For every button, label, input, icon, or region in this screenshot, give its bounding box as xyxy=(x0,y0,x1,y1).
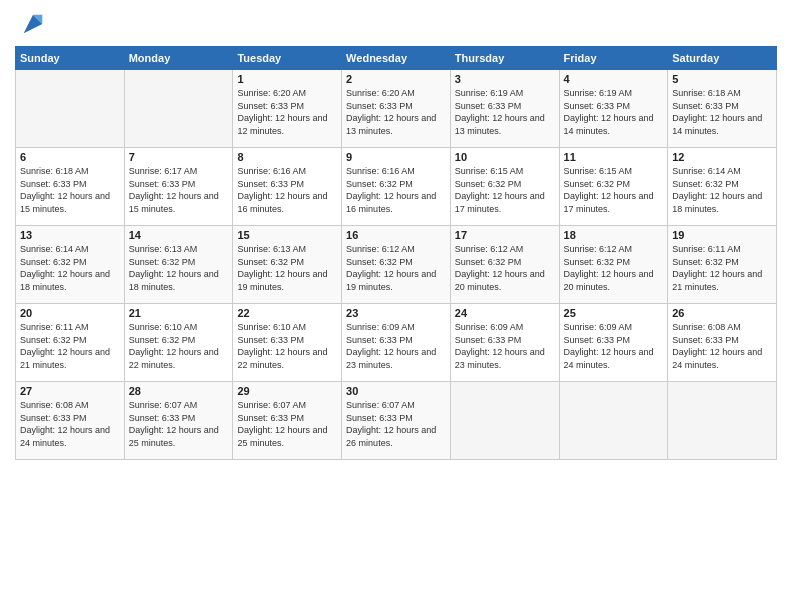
calendar-cell: 28Sunrise: 6:07 AMSunset: 6:33 PMDayligh… xyxy=(124,382,233,460)
weekday-header-monday: Monday xyxy=(124,47,233,70)
day-info: Sunrise: 6:18 AMSunset: 6:33 PMDaylight:… xyxy=(672,87,772,137)
calendar-cell: 7Sunrise: 6:17 AMSunset: 6:33 PMDaylight… xyxy=(124,148,233,226)
day-number: 19 xyxy=(672,229,772,241)
day-info: Sunrise: 6:09 AMSunset: 6:33 PMDaylight:… xyxy=(346,321,446,371)
day-number: 23 xyxy=(346,307,446,319)
weekday-header-sunday: Sunday xyxy=(16,47,125,70)
calendar-week-row: 27Sunrise: 6:08 AMSunset: 6:33 PMDayligh… xyxy=(16,382,777,460)
calendar-cell: 1Sunrise: 6:20 AMSunset: 6:33 PMDaylight… xyxy=(233,70,342,148)
calendar-cell: 24Sunrise: 6:09 AMSunset: 6:33 PMDayligh… xyxy=(450,304,559,382)
day-info: Sunrise: 6:19 AMSunset: 6:33 PMDaylight:… xyxy=(455,87,555,137)
calendar-cell: 4Sunrise: 6:19 AMSunset: 6:33 PMDaylight… xyxy=(559,70,668,148)
calendar-cell: 10Sunrise: 6:15 AMSunset: 6:32 PMDayligh… xyxy=(450,148,559,226)
calendar-cell: 16Sunrise: 6:12 AMSunset: 6:32 PMDayligh… xyxy=(342,226,451,304)
calendar-cell: 11Sunrise: 6:15 AMSunset: 6:32 PMDayligh… xyxy=(559,148,668,226)
day-number: 16 xyxy=(346,229,446,241)
day-info: Sunrise: 6:13 AMSunset: 6:32 PMDaylight:… xyxy=(237,243,337,293)
day-info: Sunrise: 6:08 AMSunset: 6:33 PMDaylight:… xyxy=(20,399,120,449)
day-info: Sunrise: 6:17 AMSunset: 6:33 PMDaylight:… xyxy=(129,165,229,215)
day-number: 11 xyxy=(564,151,664,163)
day-number: 13 xyxy=(20,229,120,241)
header xyxy=(15,10,777,38)
day-number: 14 xyxy=(129,229,229,241)
day-info: Sunrise: 6:08 AMSunset: 6:33 PMDaylight:… xyxy=(672,321,772,371)
day-number: 1 xyxy=(237,73,337,85)
calendar-week-row: 13Sunrise: 6:14 AMSunset: 6:32 PMDayligh… xyxy=(16,226,777,304)
day-number: 21 xyxy=(129,307,229,319)
day-info: Sunrise: 6:12 AMSunset: 6:32 PMDaylight:… xyxy=(564,243,664,293)
logo-icon xyxy=(19,10,47,38)
calendar-cell: 17Sunrise: 6:12 AMSunset: 6:32 PMDayligh… xyxy=(450,226,559,304)
calendar-cell: 18Sunrise: 6:12 AMSunset: 6:32 PMDayligh… xyxy=(559,226,668,304)
day-number: 5 xyxy=(672,73,772,85)
weekday-header-friday: Friday xyxy=(559,47,668,70)
day-info: Sunrise: 6:16 AMSunset: 6:33 PMDaylight:… xyxy=(237,165,337,215)
day-info: Sunrise: 6:20 AMSunset: 6:33 PMDaylight:… xyxy=(237,87,337,137)
day-number: 7 xyxy=(129,151,229,163)
weekday-header-tuesday: Tuesday xyxy=(233,47,342,70)
day-info: Sunrise: 6:15 AMSunset: 6:32 PMDaylight:… xyxy=(564,165,664,215)
day-number: 17 xyxy=(455,229,555,241)
calendar-cell: 8Sunrise: 6:16 AMSunset: 6:33 PMDaylight… xyxy=(233,148,342,226)
calendar-cell: 21Sunrise: 6:10 AMSunset: 6:32 PMDayligh… xyxy=(124,304,233,382)
day-info: Sunrise: 6:13 AMSunset: 6:32 PMDaylight:… xyxy=(129,243,229,293)
calendar-week-row: 20Sunrise: 6:11 AMSunset: 6:32 PMDayligh… xyxy=(16,304,777,382)
calendar-cell: 9Sunrise: 6:16 AMSunset: 6:32 PMDaylight… xyxy=(342,148,451,226)
calendar-cell: 15Sunrise: 6:13 AMSunset: 6:32 PMDayligh… xyxy=(233,226,342,304)
calendar-cell: 13Sunrise: 6:14 AMSunset: 6:32 PMDayligh… xyxy=(16,226,125,304)
day-number: 26 xyxy=(672,307,772,319)
calendar-cell: 25Sunrise: 6:09 AMSunset: 6:33 PMDayligh… xyxy=(559,304,668,382)
day-info: Sunrise: 6:12 AMSunset: 6:32 PMDaylight:… xyxy=(455,243,555,293)
day-number: 6 xyxy=(20,151,120,163)
day-number: 9 xyxy=(346,151,446,163)
calendar-cell xyxy=(124,70,233,148)
day-number: 3 xyxy=(455,73,555,85)
day-number: 27 xyxy=(20,385,120,397)
calendar-cell: 6Sunrise: 6:18 AMSunset: 6:33 PMDaylight… xyxy=(16,148,125,226)
day-number: 24 xyxy=(455,307,555,319)
calendar-cell: 29Sunrise: 6:07 AMSunset: 6:33 PMDayligh… xyxy=(233,382,342,460)
day-info: Sunrise: 6:14 AMSunset: 6:32 PMDaylight:… xyxy=(20,243,120,293)
calendar-cell: 22Sunrise: 6:10 AMSunset: 6:33 PMDayligh… xyxy=(233,304,342,382)
day-number: 8 xyxy=(237,151,337,163)
calendar-cell: 3Sunrise: 6:19 AMSunset: 6:33 PMDaylight… xyxy=(450,70,559,148)
day-info: Sunrise: 6:07 AMSunset: 6:33 PMDaylight:… xyxy=(237,399,337,449)
calendar-cell xyxy=(559,382,668,460)
logo xyxy=(15,10,47,38)
calendar-cell: 27Sunrise: 6:08 AMSunset: 6:33 PMDayligh… xyxy=(16,382,125,460)
calendar-cell: 19Sunrise: 6:11 AMSunset: 6:32 PMDayligh… xyxy=(668,226,777,304)
calendar-cell xyxy=(450,382,559,460)
day-number: 10 xyxy=(455,151,555,163)
day-info: Sunrise: 6:11 AMSunset: 6:32 PMDaylight:… xyxy=(20,321,120,371)
weekday-header-saturday: Saturday xyxy=(668,47,777,70)
calendar-week-row: 1Sunrise: 6:20 AMSunset: 6:33 PMDaylight… xyxy=(16,70,777,148)
day-info: Sunrise: 6:10 AMSunset: 6:32 PMDaylight:… xyxy=(129,321,229,371)
day-info: Sunrise: 6:09 AMSunset: 6:33 PMDaylight:… xyxy=(455,321,555,371)
calendar-table: SundayMondayTuesdayWednesdayThursdayFrid… xyxy=(15,46,777,460)
page: SundayMondayTuesdayWednesdayThursdayFrid… xyxy=(0,0,792,612)
calendar-cell xyxy=(668,382,777,460)
day-info: Sunrise: 6:15 AMSunset: 6:32 PMDaylight:… xyxy=(455,165,555,215)
day-number: 15 xyxy=(237,229,337,241)
day-info: Sunrise: 6:07 AMSunset: 6:33 PMDaylight:… xyxy=(129,399,229,449)
day-info: Sunrise: 6:09 AMSunset: 6:33 PMDaylight:… xyxy=(564,321,664,371)
day-info: Sunrise: 6:14 AMSunset: 6:32 PMDaylight:… xyxy=(672,165,772,215)
day-info: Sunrise: 6:16 AMSunset: 6:32 PMDaylight:… xyxy=(346,165,446,215)
day-number: 4 xyxy=(564,73,664,85)
day-info: Sunrise: 6:11 AMSunset: 6:32 PMDaylight:… xyxy=(672,243,772,293)
day-info: Sunrise: 6:10 AMSunset: 6:33 PMDaylight:… xyxy=(237,321,337,371)
calendar-cell: 5Sunrise: 6:18 AMSunset: 6:33 PMDaylight… xyxy=(668,70,777,148)
day-number: 30 xyxy=(346,385,446,397)
calendar-cell: 2Sunrise: 6:20 AMSunset: 6:33 PMDaylight… xyxy=(342,70,451,148)
calendar-cell: 14Sunrise: 6:13 AMSunset: 6:32 PMDayligh… xyxy=(124,226,233,304)
day-info: Sunrise: 6:20 AMSunset: 6:33 PMDaylight:… xyxy=(346,87,446,137)
calendar-cell: 12Sunrise: 6:14 AMSunset: 6:32 PMDayligh… xyxy=(668,148,777,226)
day-number: 25 xyxy=(564,307,664,319)
calendar-cell: 23Sunrise: 6:09 AMSunset: 6:33 PMDayligh… xyxy=(342,304,451,382)
weekday-header-wednesday: Wednesday xyxy=(342,47,451,70)
day-number: 22 xyxy=(237,307,337,319)
calendar-cell: 30Sunrise: 6:07 AMSunset: 6:33 PMDayligh… xyxy=(342,382,451,460)
day-info: Sunrise: 6:18 AMSunset: 6:33 PMDaylight:… xyxy=(20,165,120,215)
weekday-header-row: SundayMondayTuesdayWednesdayThursdayFrid… xyxy=(16,47,777,70)
day-number: 28 xyxy=(129,385,229,397)
